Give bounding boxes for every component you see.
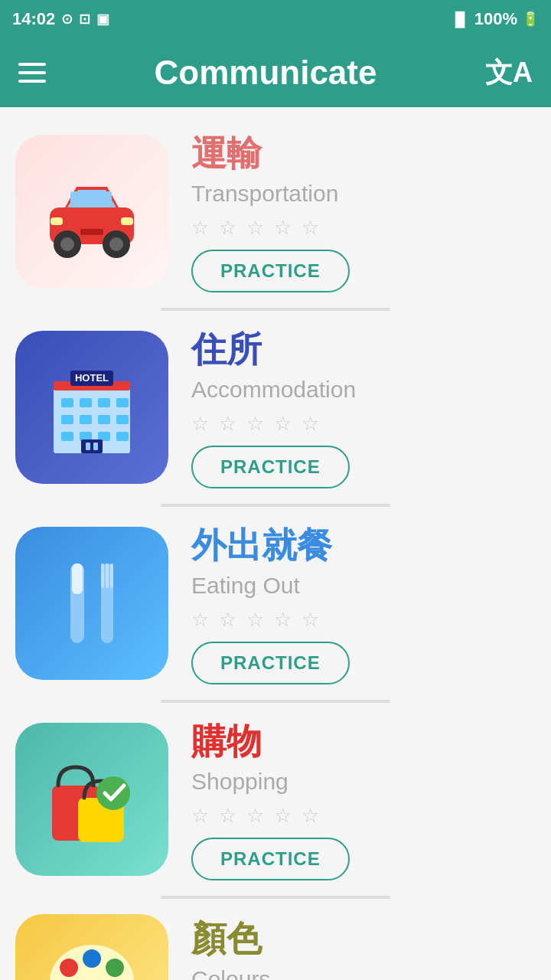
svg-rect-33 bbox=[106, 564, 109, 588]
status-bar: 14:02 ⊙ ⊡ ▣ ▐▌ 100% 🔋 bbox=[0, 0, 551, 38]
svg-rect-18 bbox=[61, 415, 73, 424]
accommodation-info: 住所 Accommodation ☆ ☆ ☆ ☆ ☆ PRACTICE bbox=[168, 326, 536, 488]
transportation-practice-button[interactable]: PRACTICE bbox=[191, 250, 350, 292]
accommodation-english: Accommodation bbox=[191, 377, 356, 403]
status-left: 14:02 ⊙ ⊡ ▣ bbox=[12, 9, 109, 29]
svg-rect-15 bbox=[80, 398, 92, 407]
transportation-english: Transportation bbox=[191, 181, 338, 207]
app-title: Communicate bbox=[155, 54, 377, 92]
svg-rect-9 bbox=[80, 229, 103, 235]
eating-out-chinese: 外出就餐 bbox=[191, 522, 332, 570]
star-4: ☆ bbox=[274, 412, 295, 433]
colours-chinese: 顏色 bbox=[191, 916, 262, 963]
star-4: ☆ bbox=[274, 608, 295, 629]
eating-out-practice-button[interactable]: PRACTICE bbox=[191, 642, 350, 684]
shopping-info: 購物 Shopping ☆ ☆ ☆ ☆ ☆ PRACTICE bbox=[168, 718, 536, 880]
svg-rect-28 bbox=[93, 443, 98, 450]
category-item-eating-out: 外出就餐 Eating Out ☆ ☆ ☆ ☆ ☆ PRACTICE bbox=[0, 507, 551, 684]
shopping-icon[interactable] bbox=[15, 723, 168, 876]
svg-rect-2 bbox=[96, 191, 112, 205]
svg-rect-21 bbox=[116, 415, 129, 424]
transportation-icon[interactable] bbox=[15, 135, 168, 288]
svg-rect-17 bbox=[116, 398, 129, 407]
svg-rect-19 bbox=[80, 415, 92, 424]
star-3: ☆ bbox=[246, 608, 268, 629]
category-item-transportation: 運輸 Transportation ☆ ☆ ☆ ☆ ☆ PRACTICE bbox=[0, 115, 551, 292]
svg-point-37 bbox=[96, 776, 130, 810]
star-3: ☆ bbox=[246, 804, 268, 825]
battery-display: 100% bbox=[474, 9, 517, 29]
signal-icon: ▐▌ bbox=[450, 11, 470, 28]
svg-rect-32 bbox=[101, 564, 104, 588]
colours-icon[interactable] bbox=[15, 914, 168, 980]
colours-info: 顏色 Colours ☆ ☆ ☆ ☆ ☆ bbox=[168, 916, 536, 980]
accommodation-stars: ☆ ☆ ☆ ☆ ☆ bbox=[191, 412, 323, 433]
star-1: ☆ bbox=[191, 608, 213, 629]
shopping-practice-button[interactable]: PRACTICE bbox=[191, 838, 350, 880]
svg-rect-22 bbox=[61, 432, 73, 441]
star-1: ☆ bbox=[191, 804, 213, 825]
category-item-accommodation: HOTEL 住所 Accommoda bbox=[0, 311, 551, 488]
star-1: ☆ bbox=[191, 216, 213, 237]
app-bar: Communicate 文A bbox=[0, 38, 551, 107]
svg-rect-1 bbox=[70, 191, 86, 205]
eating-out-info: 外出就餐 Eating Out ☆ ☆ ☆ ☆ ☆ PRACTICE bbox=[168, 522, 536, 684]
star-2: ☆ bbox=[219, 608, 240, 629]
translate-button[interactable]: 文A bbox=[485, 54, 533, 92]
star-5: ☆ bbox=[302, 804, 323, 825]
star-5: ☆ bbox=[302, 216, 323, 237]
battery-small-icon: ▣ bbox=[96, 11, 109, 28]
star-4: ☆ bbox=[274, 216, 295, 237]
star-3: ☆ bbox=[246, 412, 268, 433]
accommodation-practice-button[interactable]: PRACTICE bbox=[191, 446, 350, 488]
status-right: ▐▌ 100% 🔋 bbox=[450, 9, 539, 29]
star-2: ☆ bbox=[219, 412, 240, 433]
category-item-colours: 顏色 Colours ☆ ☆ ☆ ☆ ☆ bbox=[0, 899, 551, 980]
sim-icon: ⊙ bbox=[61, 11, 73, 28]
category-item-shopping: 購物 Shopping ☆ ☆ ☆ ☆ ☆ PRACTICE bbox=[0, 703, 551, 880]
time-display: 14:02 bbox=[12, 9, 55, 29]
svg-text:HOTEL: HOTEL bbox=[75, 372, 109, 384]
transportation-info: 運輸 Transportation ☆ ☆ ☆ ☆ ☆ PRACTICE bbox=[168, 130, 536, 292]
transportation-chinese: 運輸 bbox=[191, 130, 262, 178]
shopping-stars: ☆ ☆ ☆ ☆ ☆ bbox=[191, 804, 323, 825]
star-2: ☆ bbox=[219, 804, 240, 825]
colours-english: Colours bbox=[191, 966, 270, 980]
eating-out-stars: ☆ ☆ ☆ ☆ ☆ bbox=[191, 608, 323, 629]
shopping-english: Shopping bbox=[191, 769, 289, 795]
clock-icon: ⊡ bbox=[79, 11, 90, 28]
svg-rect-30 bbox=[72, 564, 83, 594]
accommodation-icon[interactable]: HOTEL bbox=[15, 331, 168, 484]
svg-rect-34 bbox=[110, 564, 113, 588]
battery-icon: 🔋 bbox=[522, 11, 539, 28]
svg-rect-16 bbox=[98, 398, 110, 407]
svg-point-4 bbox=[60, 237, 74, 251]
menu-button[interactable] bbox=[18, 63, 46, 83]
svg-point-6 bbox=[109, 237, 123, 251]
shopping-chinese: 購物 bbox=[191, 718, 262, 766]
accommodation-chinese: 住所 bbox=[191, 326, 262, 374]
star-3: ☆ bbox=[246, 216, 268, 237]
svg-rect-27 bbox=[86, 443, 90, 450]
category-list: 運輸 Transportation ☆ ☆ ☆ ☆ ☆ PRACTICE HOT… bbox=[0, 107, 551, 980]
svg-rect-8 bbox=[121, 217, 133, 225]
svg-rect-26 bbox=[81, 439, 103, 453]
eating-out-english: Eating Out bbox=[191, 573, 300, 599]
star-2: ☆ bbox=[219, 216, 240, 237]
transportation-stars: ☆ ☆ ☆ ☆ ☆ bbox=[191, 216, 323, 237]
svg-point-42 bbox=[106, 959, 124, 977]
star-5: ☆ bbox=[302, 412, 323, 433]
star-1: ☆ bbox=[191, 412, 213, 433]
star-4: ☆ bbox=[274, 804, 295, 825]
svg-rect-14 bbox=[61, 398, 73, 407]
svg-rect-20 bbox=[98, 415, 110, 424]
star-5: ☆ bbox=[302, 608, 323, 629]
eating-out-icon[interactable] bbox=[15, 527, 168, 680]
svg-rect-7 bbox=[51, 217, 63, 225]
svg-point-41 bbox=[83, 949, 101, 968]
svg-rect-25 bbox=[116, 432, 129, 441]
svg-point-40 bbox=[60, 959, 78, 977]
